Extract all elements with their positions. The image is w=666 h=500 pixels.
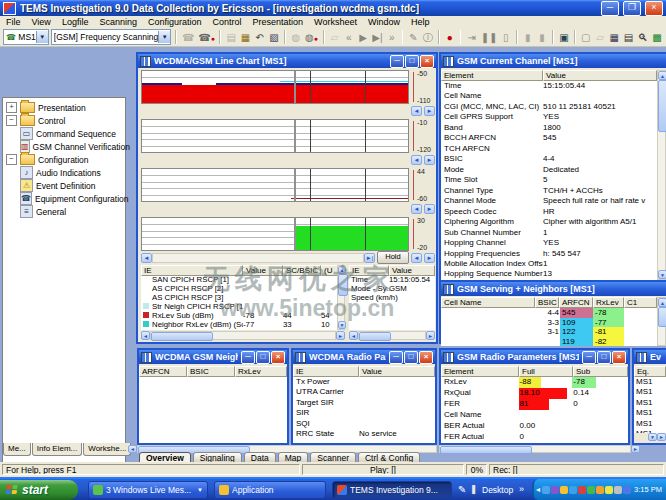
- ie-table-hscrollbar[interactable]: ◄ ►: [141, 331, 345, 340]
- scan-method-combo[interactable]: [GSM] Frequency Scanning ▼: [51, 29, 171, 45]
- table-row[interactable]: Neighbor RxLev (dBm) (Sort... -77 33 10: [141, 321, 345, 330]
- restore-button[interactable]: ❐: [623, 1, 641, 16]
- quicklaunch-pen-icon[interactable]: ✎: [458, 484, 466, 495]
- col-cell-name[interactable]: Cell Name: [441, 297, 535, 308]
- tree-item-equipment-configuration[interactable]: ☎ Equipment Configuration: [3, 192, 125, 205]
- scroll-right-icon[interactable]: ►: [426, 331, 435, 340]
- filemark2-icon[interactable]: ▮: [536, 29, 548, 46]
- col-rxlev[interactable]: RxLev: [593, 297, 624, 308]
- print-icon[interactable]: ▤: [622, 29, 634, 46]
- minimize-button[interactable]: ─: [241, 351, 255, 364]
- table-row[interactable]: FER 81 0: [441, 399, 628, 410]
- close-button[interactable]: ×: [420, 55, 434, 68]
- events-titlebar[interactable]: Ev: [634, 350, 666, 364]
- col-value[interactable]: Value: [389, 265, 435, 276]
- current-channel-vscrollbar[interactable]: ▲ ▼: [657, 70, 666, 280]
- scroll-right-icon[interactable]: ►: [631, 445, 640, 453]
- serving-neighbors-titlebar[interactable]: GSM Serving + Neighbors [MS1]: [441, 282, 666, 296]
- toolbar-chevron-icon[interactable]: »: [519, 484, 524, 494]
- menu-presentation[interactable]: Presentation: [253, 17, 304, 27]
- workspace-icon[interactable]: ▩: [651, 29, 663, 46]
- table-row[interactable]: MS1: [634, 398, 666, 408]
- properties-icon[interactable]: ▧: [268, 29, 280, 46]
- new-icon[interactable]: ▢: [580, 29, 592, 46]
- info-icon[interactable]: Ⓘ: [422, 29, 434, 46]
- col-element[interactable]: Element: [441, 366, 519, 377]
- scroll-down-icon[interactable]: ▼: [338, 321, 346, 329]
- tray-icon-5[interactable]: [578, 486, 586, 494]
- table-row[interactable]: BSIC 4-4: [441, 154, 657, 164]
- swap-equipment-icon[interactable]: ↶: [254, 29, 266, 46]
- status-table-hscrollbar[interactable]: ◄ ►: [349, 331, 435, 340]
- col-value[interactable]: Value: [543, 70, 657, 81]
- minimize-button[interactable]: ─: [582, 351, 596, 364]
- task-windows-live[interactable]: 3 Windows Live Mes... ▼: [88, 481, 208, 499]
- table-row[interactable]: FER Actual 0: [441, 432, 628, 443]
- open-logfile-icon[interactable]: ▱: [329, 29, 341, 46]
- scroll-right-icon[interactable]: ►: [424, 106, 435, 116]
- table-row[interactable]: Band 1800: [441, 123, 657, 133]
- menu-configuration[interactable]: Configuration: [148, 17, 202, 27]
- minimize-button[interactable]: ─: [389, 351, 403, 364]
- scroll-right-icon[interactable]: ►: [424, 253, 435, 263]
- col-ie[interactable]: IE: [293, 366, 359, 377]
- wcdma-gsm-neighbors-titlebar[interactable]: WCDMA GSM Neigh... ─ □ ×: [139, 350, 287, 364]
- report-icon[interactable]: ▦: [239, 29, 251, 46]
- scroll-right-icon[interactable]: ►: [424, 155, 435, 165]
- table-row[interactable]: 4-4 545 -78: [441, 308, 657, 318]
- copy-icon[interactable]: ▤: [225, 29, 237, 46]
- menu-scanning[interactable]: Scanning: [99, 17, 137, 27]
- table-row[interactable]: Time 15:15:05.44: [441, 81, 657, 91]
- step-icon[interactable]: ▶|: [371, 29, 383, 46]
- line-chart-titlebar[interactable]: WCDMA/GSM Line Chart [MS1] ─ □ ×: [138, 54, 436, 68]
- scroll-left-icon[interactable]: ◄: [411, 204, 422, 214]
- maximize-button[interactable]: □: [256, 351, 270, 364]
- tray-icon-10[interactable]: [623, 486, 631, 494]
- tab-menu[interactable]: Me...: [3, 443, 31, 456]
- tab-info-element[interactable]: Info Elem...: [32, 443, 82, 456]
- table-row[interactable]: MS1: [634, 377, 666, 387]
- scroll-up-icon[interactable]: ▲: [658, 298, 666, 307]
- menu-window[interactable]: Window: [368, 17, 400, 27]
- menu-file[interactable]: File: [6, 17, 21, 27]
- scroll-left-icon[interactable]: ◄: [128, 445, 137, 453]
- scroll-down-icon[interactable]: ▼: [658, 270, 666, 279]
- tray-icon-8[interactable]: [605, 486, 613, 494]
- start-scan-icon[interactable]: ◍: [290, 29, 302, 46]
- col-rxlev[interactable]: RxLev: [235, 366, 287, 377]
- task-tems-investigation[interactable]: TEMS Investigation 9...: [332, 481, 452, 499]
- table-row[interactable]: TCH ARFCN: [441, 144, 657, 154]
- table-row[interactable]: RxQual 18.10 0.14: [441, 388, 628, 399]
- scroll-left-icon[interactable]: ◄: [349, 331, 358, 340]
- table-row[interactable]: MS1: [634, 408, 666, 418]
- start-button[interactable]: start: [0, 480, 78, 500]
- maximize-button[interactable]: □: [405, 55, 419, 68]
- disconnect-icon[interactable]: ☎●: [197, 29, 215, 46]
- col-element[interactable]: Element: [441, 70, 543, 81]
- group-dropdown-icon[interactable]: ▼: [197, 487, 203, 493]
- filemark-icon[interactable]: ▮: [522, 29, 534, 46]
- close-button[interactable]: ×: [419, 351, 433, 364]
- col-arfcn[interactable]: ARFCN: [559, 297, 593, 308]
- minimize-button[interactable]: ─: [601, 1, 619, 16]
- col-arfcn[interactable]: ARFCN: [139, 366, 187, 377]
- table-row[interactable]: MS1: [634, 419, 666, 429]
- table-row[interactable]: Target SIR: [293, 398, 435, 408]
- menu-logfile[interactable]: Logfile: [62, 17, 89, 27]
- table-row[interactable]: Tx Power: [293, 377, 435, 387]
- stop-scan-icon[interactable]: ◍●: [304, 29, 319, 46]
- scroll-left-icon[interactable]: ◄: [141, 331, 150, 340]
- table-row[interactable]: Cell Name: [441, 410, 628, 421]
- menu-help[interactable]: Help: [411, 17, 430, 27]
- tray-icon-7[interactable]: [596, 486, 604, 494]
- gsm-radio-titlebar[interactable]: GSM Radio Parameters [MS1] ─ □ ×: [441, 350, 628, 364]
- tray-icon-4[interactable]: [569, 486, 577, 494]
- close-button[interactable]: ×: [645, 1, 663, 16]
- table-row[interactable]: SQI: [293, 419, 435, 429]
- scroll-right-icon[interactable]: ►: [336, 331, 345, 340]
- table-row[interactable]: Hopping Sequence Number (HSN) 13: [441, 269, 657, 279]
- open-icon[interactable]: ▱: [594, 29, 606, 46]
- record-icon[interactable]: ●: [444, 29, 456, 46]
- scroll-left-icon[interactable]: ◄: [411, 155, 422, 165]
- tray-collapse-icon[interactable]: ◂: [536, 485, 540, 494]
